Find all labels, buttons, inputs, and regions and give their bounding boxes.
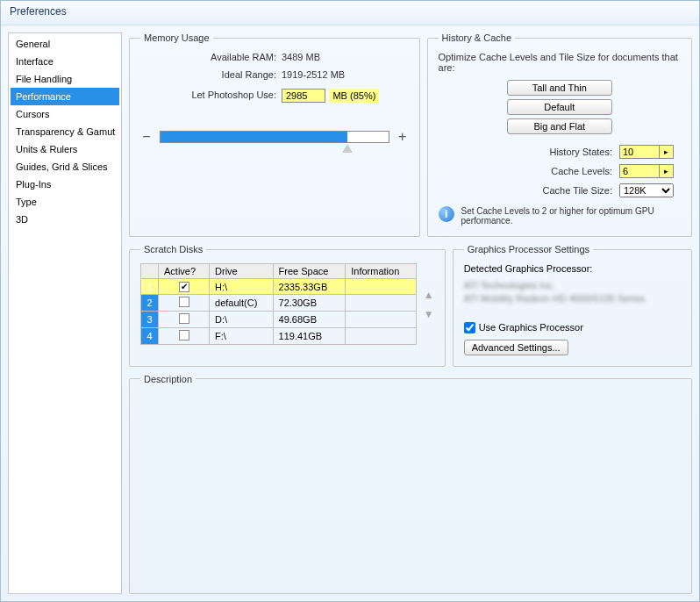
sidebar-item-general[interactable]: General [11, 35, 119, 53]
info-cell [346, 312, 417, 328]
sidebar-item-units-rulers[interactable]: Units & Rulers [11, 140, 119, 158]
photoshop-use-label: Let Photoshop Use: [140, 90, 276, 100]
sidebar-item-guides-grid-slices[interactable]: Guides, Grid & Slices [11, 158, 119, 176]
memory-legend: Memory Usage [140, 32, 213, 43]
description-legend: Description [140, 374, 196, 384]
detected-gpu-label: Detected Graphics Processor: [464, 263, 681, 274]
big-flat-button[interactable]: Big and Flat [507, 118, 612, 134]
scratch-disks-group: Scratch Disks Active? Drive Free Space I… [129, 244, 446, 367]
memory-usage-group: Memory Usage Available RAM: 3489 MB Idea… [129, 32, 420, 237]
move-up-icon[interactable]: ▲ [424, 289, 434, 301]
history-legend: History & Cache [439, 32, 515, 43]
row-number: 4 [141, 328, 159, 345]
history-states-label: History States: [543, 147, 612, 157]
available-ram-value: 3489 MB [282, 52, 409, 62]
sidebar-item-type[interactable]: Type [11, 193, 119, 211]
col-info[interactable]: Information [346, 264, 417, 279]
free-cell: 72.30GB [273, 295, 346, 312]
sidebar-item--d[interactable]: 3D [11, 211, 119, 228]
row-number: 3 [141, 312, 159, 328]
sidebar-item-file-handling[interactable]: File Handling [11, 70, 119, 88]
use-gpu-checkbox[interactable] [464, 322, 475, 333]
info-icon: i [439, 206, 454, 222]
scratch-disks-table: Active? Drive Free Space Information 1✔H… [140, 263, 417, 345]
sidebar-item-interface[interactable]: Interface [11, 53, 119, 70]
info-cell [346, 328, 417, 345]
history-states-input[interactable] [619, 145, 660, 159]
cache-levels-label: Cache Levels: [543, 166, 612, 176]
cache-levels-stepper[interactable]: ▸ [660, 164, 674, 178]
description-group: Description [129, 374, 692, 594]
gpu-legend: Graphics Processor Settings [464, 244, 593, 254]
main-panel: Memory Usage Available RAM: 3489 MB Idea… [129, 32, 692, 594]
content: GeneralInterfaceFile HandlingPerformance… [1, 25, 699, 601]
drive-cell: H:\ [210, 279, 274, 295]
history-intro: Optimize Cache Levels and Tile Size for … [439, 52, 681, 73]
ideal-range-value: 1919-2512 MB [282, 69, 409, 80]
tall-thin-button[interactable]: Tall and Thin [507, 80, 612, 96]
category-sidebar: GeneralInterfaceFile HandlingPerformance… [8, 32, 122, 594]
cache-tile-label: Cache Tile Size: [543, 185, 612, 196]
col-drive[interactable]: Drive [210, 264, 274, 279]
active-checkbox[interactable]: ✔ [179, 282, 189, 292]
active-checkbox[interactable] [179, 313, 189, 324]
free-cell: 2335.33GB [273, 279, 346, 295]
advanced-settings-button[interactable]: Advanced Settings... [464, 340, 568, 355]
info-cell [346, 295, 417, 312]
move-down-icon[interactable]: ▼ [424, 308, 434, 320]
cache-info-text: Set Cache Levels to 2 or higher for opti… [461, 206, 681, 226]
sidebar-item-plug-ins[interactable]: Plug-Ins [11, 176, 119, 193]
ideal-range-label: Ideal Range: [140, 69, 276, 80]
memory-slider[interactable] [160, 131, 389, 143]
default-button[interactable]: Default [507, 99, 612, 115]
cache-levels-input[interactable] [619, 164, 660, 178]
available-ram-label: Available RAM: [140, 52, 276, 62]
drive-cell: default(C) [210, 295, 274, 312]
preferences-window: Preferences GeneralInterfaceFile Handlin… [0, 0, 700, 602]
free-cell: 119.41GB [273, 328, 346, 345]
photoshop-use-input[interactable] [282, 89, 325, 103]
info-cell [346, 279, 417, 295]
slider-thumb-icon[interactable] [342, 144, 353, 153]
sidebar-item-transparency-gamut[interactable]: Transparency & Gamut [11, 123, 119, 140]
table-row[interactable]: 2default(C)72.30GB [141, 295, 417, 312]
col-active[interactable]: Active? [159, 264, 210, 279]
detected-gpu-value: ATI Technologies Inc.ATI Mobility Radeon… [464, 279, 681, 306]
use-gpu-label: Use Graphics Processor [479, 322, 583, 333]
photoshop-use-percent: MB (85%) [329, 89, 379, 103]
drive-cell: D:\ [210, 312, 274, 328]
cache-tile-select[interactable]: 128K [619, 183, 674, 197]
slider-fill [161, 132, 347, 142]
free-cell: 49.68GB [273, 312, 346, 328]
row-number: 2 [141, 295, 159, 312]
history-states-stepper[interactable]: ▸ [660, 145, 674, 159]
drive-cell: F:\ [210, 328, 274, 345]
table-row[interactable]: 1✔H:\2335.33GB [141, 279, 417, 295]
active-checkbox[interactable] [179, 330, 189, 340]
sidebar-item-cursors[interactable]: Cursors [11, 105, 119, 123]
history-cache-group: History & Cache Optimize Cache Levels an… [427, 32, 692, 237]
table-row[interactable]: 4F:\119.41GB [141, 328, 417, 345]
table-row[interactable]: 3D:\49.68GB [141, 312, 417, 328]
slider-plus[interactable]: + [396, 129, 409, 145]
col-free[interactable]: Free Space [273, 264, 346, 279]
sidebar-item-performance[interactable]: Performance [11, 88, 119, 105]
scratch-legend: Scratch Disks [140, 244, 206, 254]
slider-minus[interactable]: − [140, 129, 153, 145]
active-checkbox[interactable] [179, 297, 189, 307]
gpu-settings-group: Graphics Processor Settings Detected Gra… [453, 244, 692, 367]
window-title: Preferences [1, 1, 699, 25]
use-gpu-row[interactable]: Use Graphics Processor [464, 322, 681, 333]
row-number: 1 [141, 279, 159, 295]
